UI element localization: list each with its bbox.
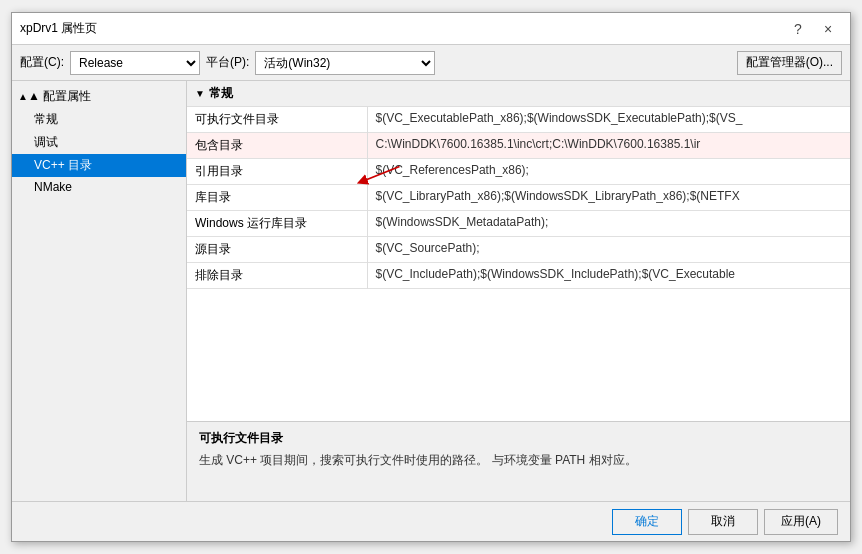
table-row[interactable]: 引用目录$(VC_ReferencesPath_x86);	[187, 159, 850, 185]
description-text: 生成 VC++ 项目期间，搜索可执行文件时使用的路径。 与环境变量 PATH 相…	[199, 451, 838, 469]
sidebar-item-nmake[interactable]: NMake	[12, 177, 186, 197]
table-row[interactable]: 排除目录$(VC_IncludePath);$(WindowsSDK_Inclu…	[187, 263, 850, 289]
ok-button[interactable]: 确定	[612, 509, 682, 535]
prop-value: $(VC_ExecutablePath_x86);$(WindowsSDK_Ex…	[367, 107, 850, 133]
prop-name: 可执行文件目录	[187, 107, 367, 133]
apply-button[interactable]: 应用(A)	[764, 509, 838, 535]
sidebar-group-label: ▲ 配置属性	[28, 88, 91, 105]
config-manager-button[interactable]: 配置管理器(O)...	[737, 51, 842, 75]
config-label: 配置(C):	[20, 54, 64, 71]
dialog: xpDrv1 属性页 ? × 配置(C): Release 平台(P): 活动(…	[11, 12, 851, 542]
sidebar: ▲ ▲ 配置属性 常规 调试 VC++ 目录 NMake	[12, 81, 187, 501]
config-select[interactable]: Release	[70, 51, 200, 75]
prop-value: $(VC_LibraryPath_x86);$(WindowsSDK_Libra…	[367, 185, 850, 211]
description-panel: 可执行文件目录 生成 VC++ 项目期间，搜索可执行文件时使用的路径。 与环境变…	[187, 421, 850, 501]
window-title: xpDrv1 属性页	[20, 20, 97, 37]
sidebar-group-config-props[interactable]: ▲ ▲ 配置属性	[12, 85, 186, 108]
table-row[interactable]: Windows 运行库目录$(WindowsSDK_MetadataPath);	[187, 211, 850, 237]
table-row[interactable]: 包含目录C:\WinDDK\7600.16385.1\inc\crt;C:\Wi…	[187, 133, 850, 159]
prop-name: 库目录	[187, 185, 367, 211]
prop-name: 排除目录	[187, 263, 367, 289]
sidebar-item-vcpp[interactable]: VC++ 目录	[12, 154, 186, 177]
table-row[interactable]: 可执行文件目录$(VC_ExecutablePath_x86);$(Window…	[187, 107, 850, 133]
description-title: 可执行文件目录	[199, 430, 838, 447]
section-triangle-icon: ▼	[195, 88, 205, 99]
cancel-button[interactable]: 取消	[688, 509, 758, 535]
prop-value: $(VC_SourcePath);	[367, 237, 850, 263]
prop-value: $(VC_ReferencesPath_x86);	[367, 159, 850, 185]
prop-name: 包含目录	[187, 133, 367, 159]
close-button[interactable]: ×	[814, 18, 842, 40]
prop-name: 源目录	[187, 237, 367, 263]
platform-label: 平台(P):	[206, 54, 249, 71]
help-button[interactable]: ?	[784, 18, 812, 40]
prop-value: $(VC_IncludePath);$(WindowsSDK_IncludePa…	[367, 263, 850, 289]
section-header: ▼ 常规	[187, 81, 850, 107]
platform-select[interactable]: 活动(Win32)	[255, 51, 435, 75]
content-area: ▲ ▲ 配置属性 常规 调试 VC++ 目录 NMake ▼ 常规	[12, 81, 850, 501]
props-wrapper: 可执行文件目录$(VC_ExecutablePath_x86);$(Window…	[187, 107, 850, 421]
collapse-icon: ▲	[18, 91, 28, 102]
properties-table: 可执行文件目录$(VC_ExecutablePath_x86);$(Window…	[187, 107, 850, 421]
table: 可执行文件目录$(VC_ExecutablePath_x86);$(Window…	[187, 107, 850, 289]
title-controls: ? ×	[784, 18, 842, 40]
sidebar-item-general[interactable]: 常规	[12, 108, 186, 131]
table-row[interactable]: 库目录$(VC_LibraryPath_x86);$(WindowsSDK_Li…	[187, 185, 850, 211]
table-row[interactable]: 源目录$(VC_SourcePath);	[187, 237, 850, 263]
prop-name: 引用目录	[187, 159, 367, 185]
sidebar-item-debug[interactable]: 调试	[12, 131, 186, 154]
title-bar: xpDrv1 属性页 ? ×	[12, 13, 850, 45]
prop-value: C:\WinDDK\7600.16385.1\inc\crt;C:\WinDDK…	[367, 133, 850, 159]
toolbar: 配置(C): Release 平台(P): 活动(Win32) 配置管理器(O)…	[12, 45, 850, 81]
main-panel: ▼ 常规 可执行文件目录$(VC_Execut	[187, 81, 850, 501]
prop-value: $(WindowsSDK_MetadataPath);	[367, 211, 850, 237]
footer: 确定 取消 应用(A)	[12, 501, 850, 541]
prop-name: Windows 运行库目录	[187, 211, 367, 237]
section-title: 常规	[209, 85, 233, 102]
